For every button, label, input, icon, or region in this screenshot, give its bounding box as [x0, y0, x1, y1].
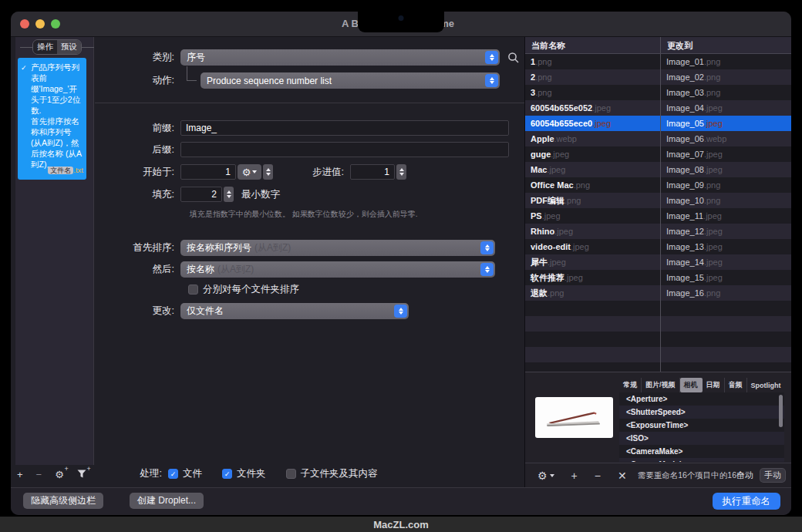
gear-icon: ⚙	[242, 167, 251, 178]
prefix-input[interactable]: Image_	[180, 120, 509, 136]
action-item-text1: 产品序列号列表前缀'Image_'开头于1至少2位数.	[31, 62, 83, 116]
table-gear-menu-button[interactable]: ⚙	[537, 470, 554, 482]
clear-files-button[interactable]: ✕	[618, 470, 627, 482]
table-row[interactable]: Rhino.jpegImage_12.jpeg	[525, 224, 791, 239]
section-divider	[95, 103, 524, 103]
start-at-input[interactable]: 1	[180, 164, 236, 180]
perform-rename-button[interactable]: 执行重命名	[713, 493, 781, 510]
table-row[interactable]: 1.pngImage_01.png	[525, 54, 791, 69]
sort-first-label: 首先排序:	[88, 241, 174, 254]
change-select[interactable]: 仅文件名	[180, 303, 409, 319]
current-name-cell: 退款.png	[525, 285, 661, 301]
sidebar-tab-预设[interactable]: 预设	[57, 40, 81, 54]
camera-dot-icon	[399, 15, 404, 21]
new-name-cell: Image_09.png	[661, 177, 791, 193]
table-row[interactable]: PS.jpegImage_11.jpeg	[525, 208, 791, 224]
table-row[interactable]: Apple.webpImage_06.webp	[525, 131, 791, 146]
chevron-updown-icon	[485, 51, 498, 64]
start-options-button[interactable]: ⚙	[238, 164, 261, 180]
sidebar-tabs: 操作预设	[20, 39, 94, 55]
current-name-cell: Apple.webp	[525, 131, 661, 146]
sort-then-select[interactable]: 按名称 (从A到Z)	[180, 261, 495, 278]
tag-item[interactable]: <Aperture>	[619, 392, 784, 406]
app-window: A B ame 操作预设 ✓ 产品序列号列表前缀'Image_'开头于1至少2位…	[11, 12, 791, 515]
sort-then-label: 然后:	[88, 263, 174, 276]
sort-first-select[interactable]: 按名称和序列号 (从A到Z)	[180, 240, 495, 256]
minimize-window-button[interactable]	[35, 19, 45, 29]
step-stepper[interactable]	[396, 164, 406, 180]
step-input[interactable]: 1	[350, 164, 395, 180]
current-name-cell: guge.jpeg	[525, 146, 661, 162]
mode-auto-button[interactable]: 自动	[733, 469, 757, 482]
gear-icon: ⚙	[537, 470, 548, 482]
tag-tab-Spotlight[interactable]: Spotlight	[747, 379, 785, 392]
action-item-badge-line: 文件名.txt	[48, 165, 83, 176]
tag-item[interactable]: <CameraMake>	[619, 445, 784, 458]
badge-extension: .txt	[73, 166, 83, 174]
table-row[interactable]: Office Mac.pngImage_09.png	[525, 177, 791, 193]
start-at-value: 1	[225, 167, 231, 177]
table-row[interactable]: 60054b655ece0.jpegImage_05.jpeg	[525, 116, 791, 131]
close-window-button[interactable]	[20, 19, 29, 29]
rename-count-status: 需要重命名16个项目中的16个.	[638, 470, 747, 481]
suffix-input[interactable]	[180, 142, 509, 157]
remove-files-button[interactable]: −	[595, 470, 601, 482]
column-header-change-to[interactable]: 更改到	[661, 37, 791, 53]
category-select[interactable]: 序号	[180, 49, 500, 66]
add-files-button[interactable]: +	[571, 470, 578, 482]
zoom-window-button[interactable]	[51, 19, 60, 29]
scrollbar-thumb[interactable]	[779, 395, 783, 427]
tag-toolbar: ⚙ + − ✕ 需要重命名16个项目中的16个. 自动 手动	[525, 463, 791, 487]
table-header: 当前名称 更改到	[525, 37, 791, 54]
change-label: 更改:	[88, 305, 174, 318]
mode-manual-button[interactable]: 手动	[760, 469, 785, 482]
create-droplet-button[interactable]: 创建 Droplet...	[130, 493, 204, 509]
new-name-cell: Image_02.png	[661, 69, 791, 85]
current-name-cell: Rhino.jpeg	[525, 224, 661, 239]
tag-item[interactable]: <ExposureTime>	[619, 419, 784, 432]
search-icon[interactable]	[507, 52, 520, 64]
tag-item[interactable]: <CameraModel>	[619, 458, 784, 462]
presets-sidebar: 操作预设 ✓ 产品序列号列表前缀'Image_'开头于1至少2位数. 首先排序按…	[15, 37, 94, 465]
table-row[interactable]: 2.pngImage_02.png	[525, 69, 791, 85]
add-action-button[interactable]: +	[17, 469, 23, 480]
table-row[interactable]: PDF编辑.pngImage_10.png	[525, 193, 791, 208]
table-row[interactable]: 退款.pngImage_16.png	[525, 285, 791, 301]
laptop-preview-image	[542, 405, 607, 431]
process-checkbox[interactable]: ✓	[222, 469, 232, 479]
column-header-current-name[interactable]: 当前名称	[525, 37, 661, 53]
chevron-updown-icon	[480, 241, 494, 254]
remove-action-button[interactable]: −	[36, 469, 42, 480]
process-checkbox[interactable]: ✓	[168, 469, 178, 479]
hide-sidebar-button[interactable]: 隐藏高级侧边栏	[23, 493, 103, 509]
sidebar-tab-操作[interactable]: 操作	[33, 40, 57, 54]
process-option: ✓文件夹	[222, 467, 266, 480]
tag-tab-相机[interactable]: 相机	[680, 378, 703, 392]
action-item-text2: 首先排序按名称和序列号 (从A到Z)，然后按名称 (从A到Z)。	[31, 116, 83, 170]
start-at-stepper[interactable]	[263, 164, 273, 180]
tag-tab-图片/视频[interactable]: 图片/视频	[642, 378, 680, 392]
action-select[interactable]: Produce sequence number list	[200, 72, 500, 89]
tag-panel: 常规图片/视频相机日期音频Spotlight <Aperture><Shutte…	[525, 372, 791, 463]
action-list-item[interactable]: ✓ 产品序列号列表前缀'Image_'开头于1至少2位数. 首先排序按名称和序列…	[18, 58, 86, 180]
sort-each-folder-label: 分别对每个文件夹排序	[203, 283, 299, 296]
sort-each-folder-checkbox[interactable]	[188, 285, 198, 295]
pad-input[interactable]: 2	[180, 187, 222, 202]
table-row[interactable]: Mac.jpegImage_08.jpeg	[525, 162, 791, 177]
table-row[interactable]: 软件推荐.jpegImage_15.jpeg	[525, 270, 791, 285]
tag-tab-日期[interactable]: 日期	[703, 378, 725, 392]
process-checkbox[interactable]	[286, 469, 296, 479]
tag-item[interactable]: <ISO>	[619, 432, 784, 445]
tag-item[interactable]: <ShutterSpeed>	[619, 406, 784, 419]
table-row[interactable]: 犀牛.jpegImage_14.jpeg	[525, 254, 791, 270]
gear-add-button[interactable]: ⚙+	[55, 469, 64, 480]
table-row[interactable]: video-edit.jpegImage_13.jpeg	[525, 239, 791, 254]
new-name-cell: Image_11.jpeg	[661, 208, 791, 224]
table-row[interactable]: 3.pngImage_03.png	[525, 85, 791, 100]
tag-tab-音频[interactable]: 音频	[725, 378, 747, 392]
tag-tab-常规[interactable]: 常规	[619, 378, 642, 392]
pad-stepper[interactable]	[224, 187, 234, 202]
table-row[interactable]: guge.jpegImage_07.jpeg	[525, 146, 791, 162]
table-row[interactable]: 60054b655e052.jpegImage_04.jpeg	[525, 100, 791, 116]
prefix-value: Image_	[186, 123, 217, 133]
